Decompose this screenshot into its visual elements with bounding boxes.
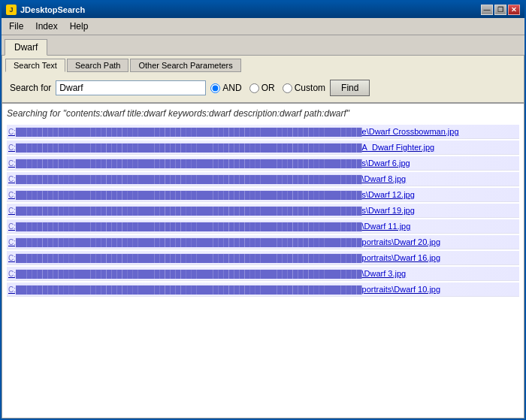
- radio-or-label: OR: [261, 83, 275, 93]
- search-input[interactable]: [56, 80, 206, 95]
- result-item[interactable]: C:██████████████████████████████████████…: [7, 172, 519, 186]
- search-tabs: Search Text Search Path Other Search Par…: [5, 59, 521, 72]
- radio-and-label: AND: [222, 83, 241, 93]
- result-item[interactable]: C:██████████████████████████████████████…: [7, 267, 519, 281]
- menu-index[interactable]: Index: [31, 20, 62, 33]
- result-item[interactable]: C:██████████████████████████████████████…: [7, 125, 519, 139]
- menu-file[interactable]: File: [5, 20, 28, 33]
- restore-button[interactable]: ❐: [494, 5, 506, 15]
- result-item[interactable]: C:██████████████████████████████████████…: [7, 204, 519, 218]
- radio-custom-label: Custom: [295, 83, 325, 93]
- main-tab-bar: Dwarf: [2, 35, 524, 55]
- result-item[interactable]: C:██████████████████████████████████████…: [7, 156, 519, 171]
- tab-search-path[interactable]: Search Path: [67, 59, 129, 72]
- radio-and[interactable]: [210, 83, 220, 93]
- title-bar: J JDesktopSearch — ❐ ✕: [2, 2, 524, 18]
- results-container: Searching for "contents:dwarf title:dwar…: [2, 103, 524, 418]
- menu-bar: File Index Help: [2, 18, 524, 35]
- result-item[interactable]: C:██████████████████████████████████████…: [7, 188, 519, 202]
- main-window: J JDesktopSearch — ❐ ✕ File Index Help D…: [0, 0, 526, 420]
- radio-and-option[interactable]: AND: [210, 83, 241, 93]
- search-query-text: Searching for "contents:dwarf title:dwar…: [7, 107, 519, 120]
- result-item[interactable]: C:██████████████████████████████████████…: [7, 219, 519, 234]
- menu-help[interactable]: Help: [65, 20, 93, 33]
- radio-or-option[interactable]: OR: [249, 83, 275, 93]
- window-title: JDesktopSearch: [20, 5, 85, 14]
- results-scroll[interactable]: Searching for "contents:dwarf title:dwar…: [2, 104, 524, 418]
- tab-other-params[interactable]: Other Search Parameters: [130, 59, 240, 72]
- radio-group: AND OR Custom: [210, 83, 325, 93]
- tab-search-text[interactable]: Search Text: [5, 59, 65, 72]
- find-button[interactable]: Find: [330, 80, 370, 96]
- radio-custom[interactable]: [283, 83, 292, 93]
- title-buttons: — ❐ ✕: [481, 5, 520, 15]
- app-icon: J: [6, 5, 17, 15]
- close-button[interactable]: ✕: [508, 5, 520, 15]
- minimize-button[interactable]: —: [481, 5, 493, 15]
- result-item[interactable]: C:██████████████████████████████████████…: [7, 283, 519, 297]
- search-row: Search for AND OR Custom Find: [5, 77, 521, 99]
- title-bar-left: J JDesktopSearch: [6, 5, 85, 15]
- result-item[interactable]: C:██████████████████████████████████████…: [7, 251, 519, 265]
- radio-custom-option[interactable]: Custom: [283, 83, 325, 93]
- search-for-label: Search for: [10, 83, 51, 93]
- tab-dwarf[interactable]: Dwarf: [5, 39, 47, 56]
- result-item[interactable]: C:██████████████████████████████████████…: [7, 235, 519, 249]
- search-area: Search Text Search Path Other Search Par…: [2, 55, 524, 103]
- radio-or[interactable]: [249, 83, 259, 93]
- result-item[interactable]: C:██████████████████████████████████████…: [7, 141, 519, 155]
